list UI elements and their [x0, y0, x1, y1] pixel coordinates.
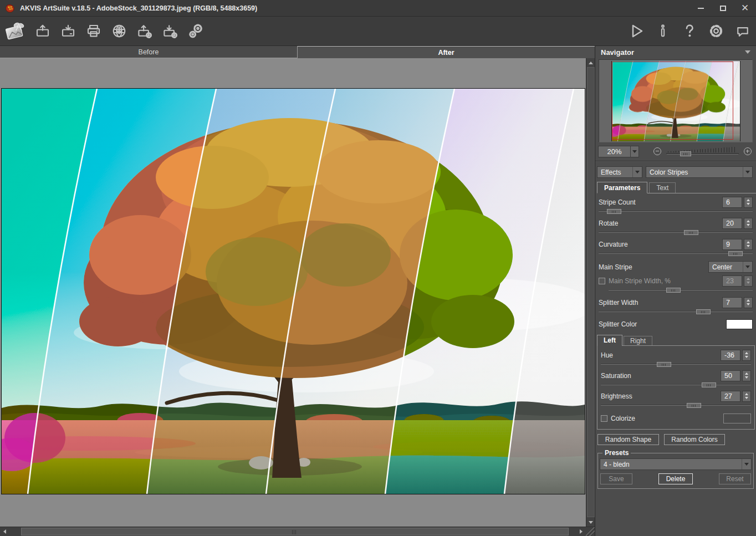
zoom-out-button[interactable] — [653, 147, 661, 155]
navigator-thumbnail[interactable] — [611, 61, 740, 141]
info-icon[interactable] — [653, 21, 672, 42]
run-icon[interactable] — [627, 21, 646, 42]
curvature-value[interactable]: 9 — [722, 239, 742, 250]
saturation-spinner[interactable] — [742, 370, 751, 381]
main-stripe-width-checkbox[interactable] — [599, 278, 605, 284]
dropdown-arrow-button[interactable] — [743, 262, 752, 272]
edited-image[interactable] — [1, 88, 585, 494]
main-stripe-width-slider[interactable] — [609, 287, 753, 293]
horizontal-scrollbar[interactable] — [0, 527, 595, 536]
color-stripes-artwork — [2, 89, 585, 494]
slider-handle[interactable] — [666, 288, 681, 293]
scroll-right-button[interactable] — [576, 527, 585, 536]
curvature-slider[interactable] — [599, 251, 753, 257]
tab-parameters[interactable]: Parameters — [597, 182, 647, 193]
splitter-width-spinner[interactable] — [744, 297, 753, 308]
maximize-icon — [720, 6, 726, 11]
preset-delete-button[interactable]: Delete — [658, 473, 693, 484]
slider-handle[interactable] — [728, 251, 743, 256]
left-stripe-group: Hue -36 Saturation 50 Brightness — [597, 345, 755, 430]
print-icon[interactable] — [84, 21, 103, 42]
zoom-slider-handle[interactable] — [680, 151, 691, 156]
arrow-up-icon — [589, 62, 593, 64]
feedback-icon[interactable] — [733, 21, 752, 42]
horizontal-scroll-thumb[interactable] — [21, 528, 569, 535]
dropdown-arrow-button[interactable] — [743, 167, 752, 177]
zoom-slider[interactable] — [666, 146, 739, 157]
chevron-down-icon — [745, 50, 750, 54]
slider-handle[interactable] — [607, 209, 621, 214]
brightness-value[interactable]: 27 — [721, 391, 740, 402]
dropdown-arrow-icon — [635, 171, 640, 173]
minimize-button[interactable] — [689, 0, 712, 16]
tab-after[interactable]: After — [298, 46, 595, 58]
colorize-color-swatch[interactable] — [723, 414, 751, 423]
splitter-width-slider[interactable] — [599, 309, 753, 315]
app-logo-icon[interactable] — [2, 21, 27, 42]
tab-right-stripe[interactable]: Right — [624, 336, 652, 346]
slider-handle[interactable] — [657, 362, 671, 367]
main-stripe-width-spinner[interactable] — [744, 275, 753, 287]
splitter-width-value[interactable]: 7 — [722, 297, 742, 308]
zoom-in-button[interactable] — [744, 147, 752, 155]
tab-left-stripe[interactable]: Left — [597, 335, 622, 346]
navigator-thumbnail-box[interactable] — [599, 59, 753, 142]
stripe-count-slider[interactable] — [599, 208, 753, 215]
preset-select[interactable]: 4 - bledn — [600, 458, 752, 470]
main-stripe-width-value[interactable]: 23 — [722, 275, 742, 287]
open-image-icon[interactable] — [33, 21, 52, 42]
preset-save-button[interactable]: Save — [600, 473, 632, 484]
vertical-scroll-thumb[interactable] — [587, 67, 595, 517]
batch-processing-icon[interactable] — [186, 21, 205, 42]
scroll-left-button[interactable] — [0, 527, 9, 536]
stripe-count-label: Stripe Count — [599, 198, 722, 206]
preset-reset-button[interactable]: Reset — [719, 473, 751, 484]
brightness-slider[interactable] — [601, 402, 751, 409]
vertical-scrollbar[interactable] — [586, 58, 595, 527]
random-colors-button[interactable]: Random Colors — [664, 434, 725, 445]
effects-mode-select[interactable]: Effects — [597, 166, 642, 178]
dropdown-arrow-button[interactable] — [632, 167, 642, 177]
random-shape-button[interactable]: Random Shape — [597, 434, 659, 445]
export-settings-icon[interactable] — [161, 21, 180, 42]
saturation-slider[interactable] — [601, 382, 751, 388]
splitter-color-swatch[interactable] — [726, 319, 753, 329]
image-canvas[interactable] — [0, 58, 586, 527]
maximize-button[interactable] — [712, 0, 734, 16]
zoom-value[interactable]: 20% — [598, 146, 631, 157]
slider-handle[interactable] — [696, 309, 711, 314]
stripe-count-spinner[interactable] — [744, 197, 753, 208]
rotate-slider[interactable] — [599, 229, 753, 236]
app-window: AKVIS ArtSuite v.18.5 - AdobeStock_30112… — [0, 0, 756, 536]
curvature-spinner[interactable] — [744, 239, 753, 250]
tab-before[interactable]: Before — [0, 46, 298, 58]
hue-spinner[interactable] — [742, 350, 751, 361]
rotate-value[interactable]: 20 — [722, 218, 742, 229]
import-settings-icon[interactable] — [135, 21, 154, 42]
slider-handle[interactable] — [702, 382, 716, 387]
close-button[interactable]: ✕ — [734, 0, 756, 16]
hue-value[interactable]: -36 — [721, 350, 740, 361]
dropdown-arrow-button[interactable] — [742, 459, 751, 469]
tab-text[interactable]: Text — [649, 182, 676, 193]
navigator-header[interactable]: Navigator — [595, 46, 756, 58]
preferences-gear-icon[interactable] — [707, 21, 726, 42]
colorize-checkbox[interactable] — [601, 415, 607, 422]
hue-slider[interactable] — [601, 361, 751, 367]
rotate-spinner[interactable] — [744, 218, 753, 229]
slider-handle[interactable] — [684, 230, 698, 235]
dropdown-arrow-icon — [632, 150, 637, 153]
stripe-count-value[interactable]: 6 — [722, 197, 742, 208]
slider-handle[interactable] — [687, 403, 701, 408]
main-stripe-select[interactable]: Center — [708, 261, 753, 273]
zoom-dropdown-button[interactable] — [631, 146, 639, 157]
web-export-icon[interactable] — [110, 21, 129, 42]
resize-corner[interactable] — [586, 527, 595, 536]
scroll-up-button[interactable] — [586, 58, 595, 67]
save-image-icon[interactable] — [59, 21, 78, 42]
help-icon[interactable] — [680, 21, 699, 42]
brightness-spinner[interactable] — [742, 391, 751, 402]
saturation-value[interactable]: 50 — [721, 370, 740, 381]
effect-select[interactable]: Color Stripes — [646, 166, 753, 178]
scroll-down-button[interactable] — [586, 518, 595, 527]
